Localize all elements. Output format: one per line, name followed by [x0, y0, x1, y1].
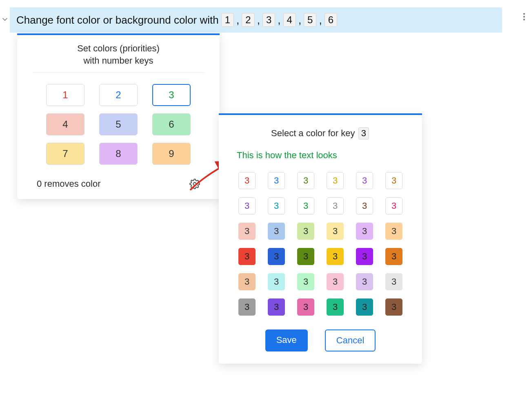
color-swatch-15[interactable]: 3	[327, 223, 344, 240]
cancel-button[interactable]: Cancel	[325, 329, 376, 351]
color-swatch-20[interactable]: 3	[297, 248, 314, 265]
color-swatch-12[interactable]: 3	[238, 223, 256, 240]
color-swatch-14[interactable]: 3	[297, 223, 314, 240]
color-swatch-34[interactable]: 3	[356, 298, 373, 316]
save-button[interactable]: Save	[265, 329, 308, 351]
more-menu-icon[interactable]	[523, 13, 525, 20]
color-swatch-1[interactable]: 3	[268, 172, 285, 189]
color-swatch-11[interactable]: 3	[385, 197, 402, 214]
priority-cell-2[interactable]: 2	[99, 84, 138, 106]
color-swatch-22[interactable]: 3	[356, 248, 373, 265]
gear-icon[interactable]	[189, 179, 200, 189]
color-swatch-2[interactable]: 3	[297, 172, 314, 189]
priority-cell-7[interactable]: 7	[46, 143, 84, 165]
kbd-5: 5	[304, 13, 316, 27]
color-swatch-27[interactable]: 3	[327, 273, 344, 290]
priority-cell-1[interactable]: 1	[46, 84, 84, 106]
priority-cell-6[interactable]: 6	[152, 113, 191, 135]
priority-cell-9[interactable]: 9	[152, 143, 191, 165]
color-swatch-9[interactable]: 3	[327, 197, 344, 214]
priority-grid: 123456789	[33, 84, 204, 165]
color-swatch-4[interactable]: 3	[356, 172, 373, 189]
color-swatch-5[interactable]: 3	[385, 172, 402, 189]
color-swatch-3[interactable]: 3	[327, 172, 344, 189]
color-swatch-6[interactable]: 3	[238, 197, 256, 214]
color-swatch-33[interactable]: 3	[327, 298, 344, 316]
priority-cell-8[interactable]: 8	[99, 143, 138, 165]
color-swatch-24[interactable]: 3	[238, 273, 256, 290]
color-swatch-17[interactable]: 3	[385, 223, 402, 240]
color-swatch-32[interactable]: 3	[297, 298, 314, 316]
color-swatch-8[interactable]: 3	[297, 197, 314, 214]
color-swatch-30[interactable]: 3	[238, 298, 256, 316]
color-swatch-26[interactable]: 3	[297, 273, 314, 290]
color-swatch-35[interactable]: 3	[385, 298, 402, 316]
color-swatch-7[interactable]: 3	[268, 197, 285, 214]
color-picker-title: Select a color for key 3	[234, 127, 407, 139]
heading-row: Change font color or background color wi…	[0, 7, 502, 33]
priority-cell-3[interactable]: 3	[152, 84, 191, 106]
kbd-3: 3	[262, 13, 275, 27]
color-swatch-28[interactable]: 3	[356, 273, 373, 290]
heading-text: Change font color or background color wi…	[16, 14, 219, 27]
chevron-down-icon[interactable]	[0, 16, 10, 24]
color-swatch-19[interactable]: 3	[268, 248, 285, 265]
kbd-6: 6	[325, 13, 337, 27]
color-swatch-18[interactable]: 3	[238, 248, 256, 265]
swatch-grid: 333333333333333333333333333333333333	[234, 172, 407, 316]
color-swatch-23[interactable]: 3	[385, 248, 402, 265]
color-swatch-0[interactable]: 3	[238, 172, 256, 189]
kbd-4: 4	[283, 13, 296, 27]
priority-cell-4[interactable]: 4	[46, 113, 84, 135]
color-swatch-29[interactable]: 3	[385, 273, 402, 290]
color-swatch-31[interactable]: 3	[268, 298, 285, 316]
svg-point-0	[193, 183, 196, 186]
color-swatch-16[interactable]: 3	[356, 223, 373, 240]
priority-panel-title: Set colors (priorities) with number keys	[33, 42, 204, 73]
zero-removes-label: 0 removes color	[37, 179, 101, 189]
color-swatch-13[interactable]: 3	[268, 223, 285, 240]
color-swatch-10[interactable]: 3	[356, 197, 373, 214]
heading-banner: Change font color or background color wi…	[10, 7, 502, 33]
priority-cell-5[interactable]: 5	[99, 113, 138, 135]
kbd-1: 1	[221, 13, 234, 27]
color-picker-panel: Select a color for key 3 This is how the…	[219, 113, 422, 364]
kbd-2: 2	[242, 13, 254, 27]
color-preview-text: This is how the text looks	[234, 150, 407, 161]
key-badge: 3	[358, 127, 369, 139]
color-swatch-21[interactable]: 3	[327, 248, 344, 265]
color-swatch-25[interactable]: 3	[268, 273, 285, 290]
priority-color-panel: Set colors (priorities) with number keys…	[17, 33, 220, 199]
